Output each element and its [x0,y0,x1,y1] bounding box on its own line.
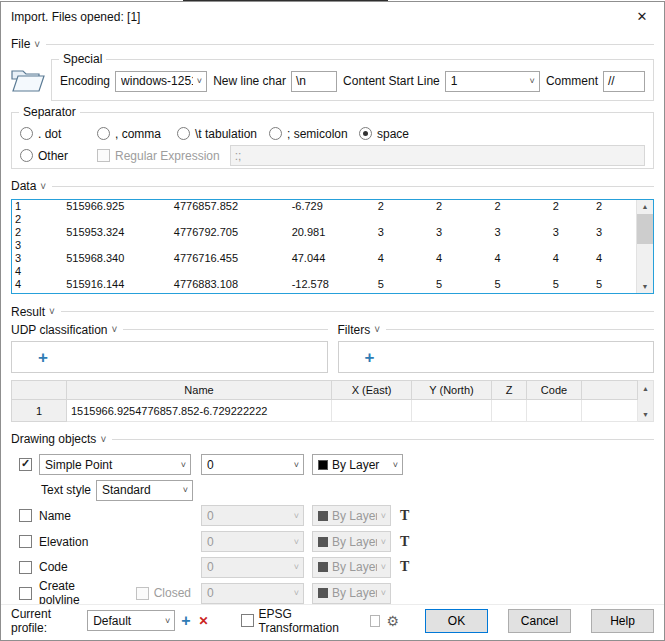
comment-input[interactable]: // [603,71,645,92]
column-header-name[interactable]: Name [67,381,332,400]
elevation-checkbox[interactable] [19,535,32,548]
column-header-code[interactable]: Code [527,381,582,400]
content-start-line-label: Content Start Line [343,74,440,88]
color-swatch [318,562,328,572]
data-section-toggle[interactable]: Data ˅ [11,179,46,193]
result-row[interactable]: 1 1515966.9254776857.852-6.729222222 [12,400,638,422]
delete-profile-button[interactable]: ✕ [199,614,209,628]
data-row[interactable]: 4515916.1444776883.108-12.57855555 [12,278,636,291]
radio-icon [20,127,33,140]
point-type-select[interactable]: Simple Point ˅ [39,454,191,475]
regular-expression-checkbox[interactable]: Regular Expression [97,149,220,163]
point-checkbox[interactable] [19,458,32,471]
code-row: Code 0 ˅ By Layer ˅ T [11,556,654,578]
regular-expression-input[interactable]: :; [230,145,645,166]
separator-option-other[interactable]: Other [20,149,97,163]
encoding-select[interactable]: windows-1251 ˅ [115,71,207,92]
data-scrollbar[interactable]: ▲ ▼ [636,200,653,293]
column-header-x-east[interactable]: X (East) [332,381,412,400]
filters-label: Filters [338,323,371,337]
elevation-layer-select[interactable]: 0 ˅ [201,531,304,552]
separator-option-comma[interactable]: , comma [97,127,177,141]
code-checkbox[interactable] [19,561,32,574]
scrollbar-thumb[interactable] [637,214,653,244]
chevron-down-icon: ˅ [197,76,202,86]
separator-option-semicolon[interactable]: ; semicolon [269,127,359,141]
polyline-layer-select[interactable]: 0 ˅ [201,583,304,604]
polyline-color-select[interactable]: By Layer ˅ [312,583,391,604]
separator-options-row: . dot , comma \t tabulation ; semicolon … [20,123,645,145]
point-layer-select[interactable]: 0 ˅ [201,454,304,475]
checkbox-icon [241,614,254,627]
name-text-style-button[interactable]: T [400,508,409,524]
chevron-down-icon: ˅ [181,460,186,470]
chevron-down-icon: ˅ [294,460,299,470]
gear-icon[interactable]: ⚙ [386,613,399,629]
chevron-down-icon: ˅ [111,324,117,335]
add-filter-button[interactable]: + [365,349,375,366]
filters-toggle[interactable]: Filters ˅ [338,323,381,337]
ok-button[interactable]: OK [425,609,488,633]
result-section-label: Result [11,305,45,319]
point-color-select[interactable]: By Layer ˅ [312,454,403,475]
create-polyline-row: Create polyline Closed 0 ˅ By Layer ˅ [11,582,654,604]
udp-classification-toggle[interactable]: UDP classification ˅ [11,323,117,337]
data-row[interactable]: 2 [12,213,636,226]
chevron-down-icon: ˅ [294,562,299,572]
scroll-up-icon[interactable]: ▲ [638,381,653,395]
chevron-down-icon: ˅ [381,511,386,521]
column-header-y-north[interactable]: Y (North) [412,381,492,400]
closed-checkbox[interactable]: Closed [136,586,191,600]
code-layer-select[interactable]: 0 ˅ [201,557,304,578]
scroll-down-icon[interactable]: ▼ [638,407,653,421]
name-checkbox[interactable] [19,509,32,522]
name-layer-select[interactable]: 0 ˅ [201,505,304,526]
elevation-text-style-button[interactable]: T [400,534,409,550]
data-preview-list[interactable]: 1515966.9254776857.852-6.72922222 2 2515… [11,199,654,294]
section-divider [46,44,654,45]
scroll-down-icon[interactable]: ▼ [637,279,653,293]
column-header-z[interactable]: Z [492,381,527,400]
epsg-transformation-checkbox[interactable]: EPSG Transformation [241,607,360,635]
text-style-row: Text style Standard ˅ [11,479,654,501]
separator-group: Separator . dot , comma \t tabulation ; … [11,112,654,169]
chevron-down-icon: ˅ [374,324,380,335]
data-row[interactable]: 3 [12,239,636,252]
data-row[interactable]: 3515968.3404776716.45547.04444444 [12,252,636,265]
content-start-line-select[interactable]: 1 ˅ [445,71,540,92]
elevation-label: Elevation [39,535,88,549]
help-button[interactable]: Help [591,609,654,633]
open-file-folder-icon[interactable] [11,59,51,96]
data-row[interactable]: 1515966.9254776857.852-6.72922222 [12,200,636,213]
code-text-style-button[interactable]: T [400,559,409,575]
create-polyline-checkbox[interactable] [19,587,32,600]
result-section-header: Result ˅ [11,304,654,319]
column-header[interactable] [12,381,67,400]
add-profile-button[interactable]: + [181,613,190,629]
chevron-down-icon: ˅ [530,76,535,86]
elevation-color-select[interactable]: By Layer ˅ [312,531,391,552]
drawing-objects-toggle[interactable]: Drawing objects ˅ [11,432,106,446]
data-row[interactable]: 4 [12,265,636,278]
add-udp-classification-button[interactable]: + [38,349,48,366]
transformation-option-checkbox[interactable] [370,615,381,627]
separator-option-space[interactable]: space [359,127,409,141]
close-icon[interactable]: ✕ [620,2,664,31]
data-row[interactable]: 2515953.3244776792.70520.98133333 [12,226,636,239]
cancel-button[interactable]: Cancel [508,609,571,633]
result-section-toggle[interactable]: Result ˅ [11,305,55,319]
text-style-select[interactable]: Standard ˅ [96,480,193,501]
newline-char-input[interactable]: \n [291,71,337,92]
special-fields: Encoding windows-1251 ˅ New line char \n [60,71,645,92]
code-color-select[interactable]: By Layer ˅ [312,557,391,578]
name-color-select[interactable]: By Layer ˅ [312,505,391,526]
point-row: Simple Point ˅ 0 ˅ By Layer ˅ [11,454,654,476]
file-section-toggle[interactable]: File ˅ [11,37,40,51]
scroll-up-icon[interactable]: ▲ [637,200,653,214]
result-table[interactable]: Name X (East) Y (North) Z Code 1 1515966… [11,380,638,422]
radio-icon [177,127,190,140]
separator-option-dot[interactable]: . dot [20,127,97,141]
result-scrollbar[interactable]: ▲ ▼ [638,380,654,422]
profile-select[interactable]: Default ˅ [87,610,175,631]
separator-option-tabulation[interactable]: \t tabulation [177,127,269,141]
